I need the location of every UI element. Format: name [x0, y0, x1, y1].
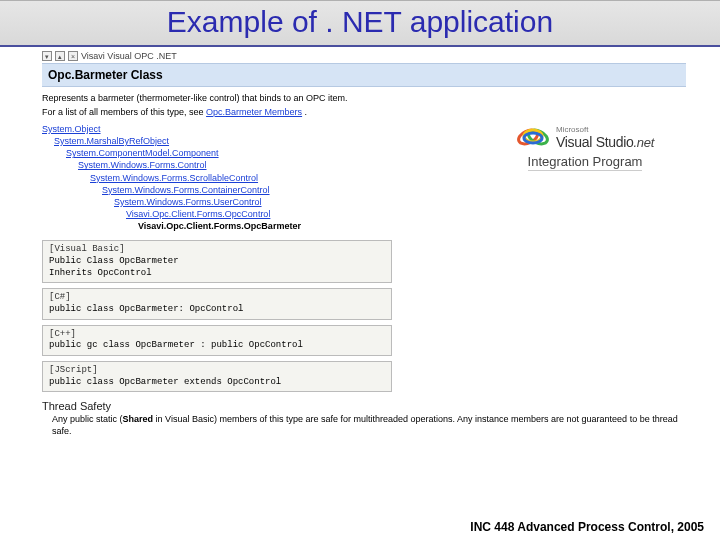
slide-title-bar: Example of . NET application [0, 0, 720, 47]
code-line: Inherits OpcControl [49, 268, 385, 280]
code-block-vb: [Visual Basic] Public Class OpcBarmeter … [42, 240, 392, 283]
code-block-js: [JScript] public class OpcBarmeter exten… [42, 361, 392, 392]
members-suffix: . [305, 107, 308, 117]
code-lang: [JScript] [49, 365, 385, 377]
hier-item[interactable]: System.Windows.Forms.Control [78, 160, 207, 170]
hier-item[interactable]: System.ComponentModel.Component [66, 148, 219, 158]
hier-item-current: Visavi.Opc.Client.Forms.OpcBarmeter [138, 221, 301, 231]
nav-close-icon[interactable]: × [68, 51, 78, 61]
hier-item[interactable]: Visavi.Opc.Client.Forms.OpcControl [126, 209, 270, 219]
code-line: public class OpcBarmeter extends OpcCont… [49, 377, 385, 389]
visual-studio-icon [516, 122, 552, 152]
members-prefix: For a list of all members of this type, … [42, 107, 206, 117]
class-description: Represents a barmeter (thermometer-like … [42, 93, 686, 103]
code-lang: [C#] [49, 292, 385, 304]
nav-fwd-icon[interactable]: ▴ [55, 51, 65, 61]
code-block-cs: [C#] public class OpcBarmeter: OpcContro… [42, 288, 392, 319]
vs-integration-program-label: Integration Program [528, 154, 643, 171]
nav-back-icon[interactable]: ▾ [42, 51, 52, 61]
class-header: Opc.Barmeter Class [42, 63, 686, 87]
members-link[interactable]: Opc.Barmeter Members [206, 107, 302, 117]
members-line: For a list of all members of this type, … [42, 107, 686, 117]
safety-shared: Shared [123, 414, 154, 424]
slide-title: Example of . NET application [0, 5, 720, 39]
product-label: Visavi Visual OPC .NET [81, 51, 177, 61]
thread-safety-body: Any public static (Shared in Visual Basi… [42, 414, 686, 437]
hier-item[interactable]: System.MarshalByRefObject [54, 136, 169, 146]
hier-item[interactable]: System.Object [42, 124, 101, 134]
hier-item[interactable]: System.Windows.Forms.ContainerControl [102, 185, 270, 195]
code-line: Public Class OpcBarmeter [49, 256, 385, 268]
doc-toolbar: ▾ ▴ × Visavi Visual OPC .NET [42, 47, 686, 63]
code-line: public gc class OpcBarmeter : public Opc… [49, 340, 385, 352]
doc-content: ▾ ▴ × Visavi Visual OPC .NET Opc.Barmete… [0, 47, 720, 438]
svg-point-3 [524, 133, 542, 143]
code-lang: [Visual Basic] [49, 244, 385, 256]
thread-safety-heading: Thread Safety [42, 400, 686, 412]
code-block-cpp: [C++] public gc class OpcBarmeter : publ… [42, 325, 392, 356]
code-lang: [C++] [49, 329, 385, 341]
visual-studio-badge: Microsoft Visual Studio.net Integration … [500, 122, 670, 171]
vs-visual-studio-label: Visual Studio.net [556, 134, 654, 150]
safety-text: Any public static ( [52, 414, 123, 424]
slide-footer: INC 448 Advanced Process Control, 2005 [470, 520, 704, 534]
hier-item[interactable]: System.Windows.Forms.ScrollableControl [90, 173, 258, 183]
hier-item[interactable]: System.Windows.Forms.UserControl [114, 197, 262, 207]
code-line: public class OpcBarmeter: OpcControl [49, 304, 385, 316]
vs-microsoft-label: Microsoft [556, 125, 654, 134]
